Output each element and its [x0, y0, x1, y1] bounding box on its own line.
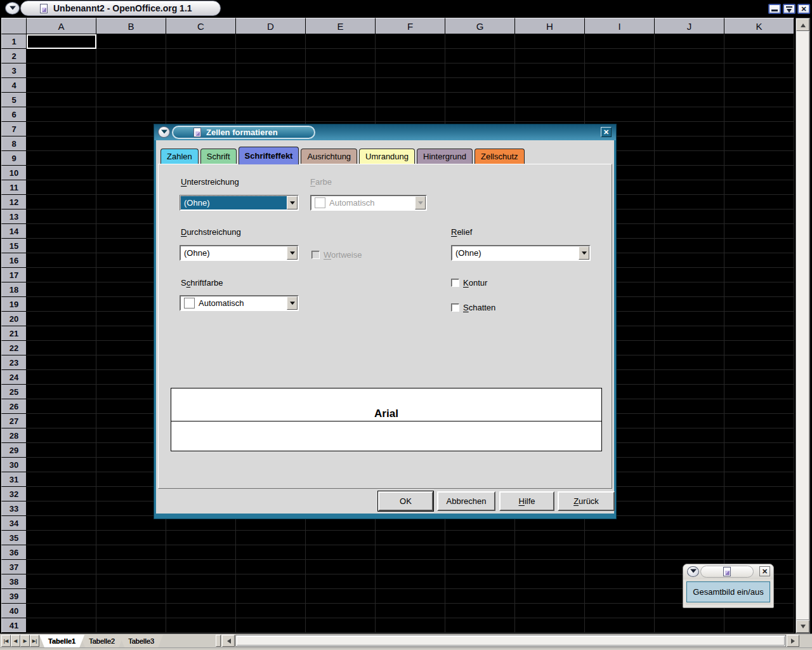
outline-checkbox[interactable] — [451, 279, 459, 287]
row-header[interactable]: 10 — [1, 166, 27, 180]
vertical-scrollbar[interactable] — [796, 18, 810, 633]
row-header[interactable]: 33 — [1, 501, 27, 516]
row-header[interactable]: 34 — [1, 516, 27, 531]
row-header[interactable]: 19 — [1, 297, 27, 312]
row-header[interactable]: 36 — [1, 545, 27, 560]
dialog-titlebar[interactable]: Zellen formatieren ✕ — [154, 124, 616, 140]
row-header[interactable]: 17 — [1, 268, 27, 282]
dropdown-arrow-icon[interactable] — [287, 246, 298, 260]
row-header[interactable]: 2 — [1, 49, 27, 63]
overview-titlebar[interactable]: ✕ — [683, 564, 773, 580]
sheet-tab[interactable]: Tabelle1 — [39, 635, 84, 647]
horizontal-scrollbar[interactable] — [235, 635, 786, 647]
underline-dropdown[interactable]: (Ohne) — [180, 195, 299, 211]
row-header[interactable]: 14 — [1, 224, 27, 239]
select-all-corner[interactable] — [1, 18, 27, 34]
dialog-menu-button[interactable] — [158, 126, 170, 138]
dialog-tab[interactable]: Ausrichtung — [301, 149, 357, 164]
dialog-tab[interactable]: Zahlen — [160, 149, 199, 164]
dialog-tab[interactable]: Hintergrund — [417, 149, 473, 164]
row-header[interactable]: 41 — [1, 618, 27, 633]
relief-dropdown[interactable]: (Ohne) — [451, 245, 591, 261]
dialog-tab[interactable]: Schrift — [200, 149, 237, 164]
row-header[interactable]: 4 — [1, 78, 27, 93]
overview-menu-button[interactable] — [687, 566, 699, 577]
row-header[interactable]: 35 — [1, 531, 27, 545]
row-header[interactable]: 18 — [1, 282, 27, 297]
row-header[interactable]: 26 — [1, 399, 27, 414]
row-header[interactable]: 32 — [1, 487, 27, 501]
dialog-tab[interactable]: Zellschutz — [475, 149, 525, 164]
row-header[interactable]: 37 — [1, 560, 27, 574]
row-header[interactable]: 27 — [1, 414, 27, 428]
column-header[interactable]: G — [445, 18, 515, 34]
row-header[interactable]: 40 — [1, 604, 27, 618]
overview-title-pill[interactable] — [700, 566, 754, 578]
row-header[interactable]: 5 — [1, 93, 27, 107]
row-header[interactable]: 23 — [1, 355, 27, 370]
dialog-tab[interactable]: Schrifteffekt — [239, 147, 299, 164]
window-titlebar[interactable]: Unbenannt2 - OpenOffice.org 1.1 ✕ — [0, 0, 812, 17]
row-header[interactable]: 6 — [1, 107, 27, 122]
help-button[interactable]: Hilfe — [499, 491, 554, 511]
next-sheet-button[interactable]: ▶ — [20, 635, 30, 647]
cancel-button[interactable]: Abbrechen — [437, 491, 495, 511]
outline-label[interactable]: Kontur — [463, 278, 487, 288]
column-header[interactable]: F — [376, 18, 445, 34]
vertical-scrollbar-thumb[interactable] — [796, 31, 809, 620]
column-header[interactable]: B — [96, 18, 166, 34]
row-header[interactable]: 8 — [1, 136, 27, 151]
scroll-up-button[interactable] — [796, 18, 809, 31]
row-header[interactable]: 20 — [1, 312, 27, 326]
row-header[interactable]: 3 — [1, 63, 27, 78]
tabbar-splitter[interactable] — [216, 635, 221, 647]
last-sheet-button[interactable]: ▶| — [30, 635, 39, 647]
column-header[interactable]: D — [236, 18, 306, 34]
shadow-label[interactable]: Schatten — [463, 303, 495, 312]
previous-sheet-button[interactable]: ◀ — [11, 635, 20, 647]
dialog-tab[interactable]: Umrandung — [359, 149, 415, 164]
first-sheet-button[interactable]: |◀ — [1, 635, 11, 647]
scroll-down-button[interactable] — [796, 620, 809, 633]
row-header[interactable]: 21 — [1, 326, 27, 341]
column-header[interactable]: H — [515, 18, 585, 34]
row-header[interactable]: 38 — [1, 574, 27, 589]
row-header[interactable]: 15 — [1, 239, 27, 253]
minimize-button[interactable] — [768, 4, 781, 14]
dropdown-arrow-icon[interactable] — [579, 246, 589, 260]
column-header[interactable]: C — [166, 18, 236, 34]
window-title-pill[interactable]: Unbenannt2 - OpenOffice.org 1.1 — [20, 1, 221, 16]
row-header[interactable]: 22 — [1, 341, 27, 355]
row-header[interactable]: 13 — [1, 209, 27, 224]
row-header[interactable]: 16 — [1, 253, 27, 268]
row-header[interactable]: 25 — [1, 385, 27, 399]
ok-button[interactable]: OK — [378, 491, 433, 511]
window-menu-button[interactable] — [5, 2, 20, 15]
column-header[interactable]: K — [724, 18, 794, 34]
dialog-close-button[interactable]: ✕ — [601, 127, 612, 137]
column-header[interactable]: I — [585, 18, 655, 34]
overview-close-button[interactable]: ✕ — [759, 566, 770, 576]
column-header[interactable]: J — [655, 18, 724, 34]
row-header[interactable]: 31 — [1, 472, 27, 487]
shade-button[interactable] — [783, 4, 796, 14]
close-button[interactable]: ✕ — [797, 4, 810, 14]
dropdown-arrow-icon[interactable] — [287, 296, 298, 310]
row-header[interactable]: 39 — [1, 589, 27, 604]
row-header[interactable]: 28 — [1, 428, 27, 443]
row-header[interactable]: 24 — [1, 370, 27, 385]
dialog-title-pill[interactable]: Zellen formatieren — [172, 126, 315, 139]
strikethrough-dropdown[interactable]: (Ohne) — [180, 245, 299, 261]
column-header[interactable]: A — [27, 18, 96, 34]
row-header[interactable]: 29 — [1, 443, 27, 458]
row-header[interactable]: 9 — [1, 151, 27, 166]
horizontal-scrollbar-thumb[interactable] — [237, 636, 785, 646]
shadow-checkbox[interactable] — [451, 303, 459, 312]
row-header[interactable]: 11 — [1, 180, 27, 195]
row-header[interactable]: 30 — [1, 458, 27, 472]
row-header[interactable]: 12 — [1, 195, 27, 209]
sheet-tab[interactable]: Tabelle3 — [119, 635, 163, 647]
overview-toggle-button[interactable]: Gesamtbild ein/aus — [686, 581, 770, 602]
fontcolor-dropdown[interactable]: Automatisch — [180, 295, 299, 311]
scroll-left-button[interactable] — [222, 635, 235, 647]
